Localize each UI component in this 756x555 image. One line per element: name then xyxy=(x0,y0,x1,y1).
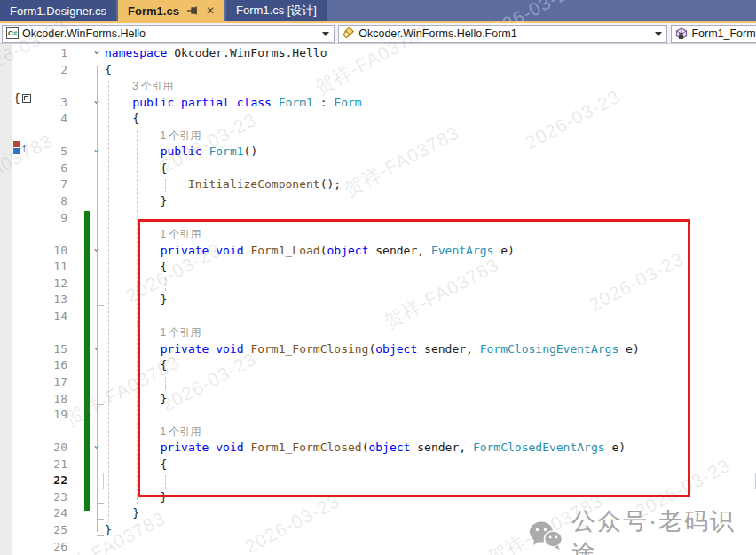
code-line[interactable]: 23 } xyxy=(0,490,756,507)
line-number: 26 xyxy=(30,540,67,553)
csharp-file-icon: C# xyxy=(6,27,19,40)
outline-end-tick xyxy=(97,404,104,405)
tab-form1-cs-design[interactable]: Form1.cs [设计] xyxy=(226,0,327,21)
code-line[interactable]: 16 { xyxy=(0,358,756,375)
code-editor[interactable]: { ↑ 1⌄namespace Okcoder.WinForms.Hello2{… xyxy=(0,44,756,555)
code-line[interactable]: 2{ xyxy=(0,63,756,80)
code-line[interactable]: 18 } xyxy=(0,392,756,409)
codelens-text[interactable]: 1 个引用 xyxy=(0,425,201,440)
chevron-down-icon xyxy=(322,32,329,36)
tab-form1-designer-cs[interactable]: Form1.Designer.cs xyxy=(0,0,116,21)
outline-end-tick xyxy=(97,503,104,504)
wechat-icon xyxy=(529,520,563,554)
indent-guide xyxy=(165,278,166,292)
code-line[interactable]: 13 } xyxy=(0,293,756,309)
code-line[interactable]: 8 } xyxy=(0,194,756,211)
codelens-row[interactable]: 1 个引用 xyxy=(0,325,756,342)
codelens-text[interactable]: 3 个引用 xyxy=(0,79,173,94)
code-text: namespace Okcoder.WinForms.Hello xyxy=(0,46,327,59)
code-text: } xyxy=(0,506,139,520)
code-text: public Form1() xyxy=(0,145,257,158)
code-line[interactable]: 17 xyxy=(0,375,756,392)
code-line[interactable]: 15⌄ private void Form1_FormClosing(objec… xyxy=(0,342,756,359)
codelens-row[interactable]: 1 个引用 xyxy=(0,425,756,442)
line-number: 14 xyxy=(30,309,67,323)
tab-bar: Form1.Designer.cs Form1.cs ✕ Form1.cs [设… xyxy=(0,0,756,21)
code-line[interactable]: 19 xyxy=(0,408,756,425)
line-number: 17 xyxy=(30,375,67,388)
code-line[interactable]: 6 { xyxy=(0,161,756,178)
indent-guide xyxy=(165,179,166,192)
project-dropdown-label: Okcoder.WinForms.Hello xyxy=(22,27,146,40)
close-icon[interactable]: ✕ xyxy=(206,4,215,17)
member-dropdown-label: Form1_Form xyxy=(691,27,755,40)
code-line[interactable]: 5⌄ public Form1() xyxy=(0,145,756,161)
tab-label: Form1.cs xyxy=(128,4,179,18)
code-line[interactable]: 11 { xyxy=(0,260,756,277)
code-text: } xyxy=(0,523,112,536)
pin-icon[interactable] xyxy=(187,5,199,16)
code-text: { xyxy=(0,161,167,175)
chevron-down-icon xyxy=(655,32,662,36)
class-icon xyxy=(343,27,355,40)
code-text: { xyxy=(0,112,139,125)
member-dropdown[interactable]: Form1_Form xyxy=(671,25,756,43)
code-line[interactable]: 20⌄ private void Form1_FormClosed(object… xyxy=(0,441,756,457)
code-text: private void Form1_Load(object sender, E… xyxy=(0,244,515,257)
code-text: { xyxy=(0,63,112,76)
codelens-text[interactable]: 1 个引用 xyxy=(0,227,201,242)
change-tracking-bar xyxy=(84,211,90,512)
code-line[interactable]: 3⌄ public partial class Form1 : Form xyxy=(0,96,756,113)
codelens-text[interactable]: 1 个引用 xyxy=(0,325,201,340)
current-line-highlight xyxy=(103,473,756,489)
project-dropdown[interactable]: C# Okcoder.WinForms.Hello xyxy=(2,25,335,43)
indent-guide xyxy=(108,81,109,521)
tab-label: Form1.cs [设计] xyxy=(236,3,317,19)
line-number: 22 xyxy=(30,473,67,487)
code-line[interactable]: 4 { xyxy=(0,112,756,129)
codelens-row[interactable]: 1 个引用 xyxy=(0,227,756,244)
line-number: 19 xyxy=(30,408,67,421)
type-dropdown[interactable]: Okcoder.WinForms.Hello.Form1 xyxy=(338,25,667,43)
outline-end-tick xyxy=(97,535,104,536)
wechat-watermark-label: 公众号·老码识途 xyxy=(571,505,756,555)
codelens-row[interactable]: 1 个引用 xyxy=(0,129,756,145)
code-text: InitializeComponent(); xyxy=(0,177,341,191)
type-dropdown-label: Okcoder.WinForms.Hello.Form1 xyxy=(358,27,517,40)
outline-end-tick xyxy=(97,207,104,207)
code-text: } xyxy=(0,194,167,207)
code-line[interactable]: 1⌄namespace Okcoder.WinForms.Hello xyxy=(0,46,756,63)
code-text: private void Form1_FormClosed(object sen… xyxy=(0,441,626,454)
indent-guide xyxy=(165,377,166,390)
code-line[interactable]: 21 { xyxy=(0,457,756,474)
outline-guide-line xyxy=(97,66,98,532)
code-line[interactable]: 9 xyxy=(0,211,756,228)
code-line[interactable]: 12 xyxy=(0,277,756,293)
line-number: 9 xyxy=(30,211,67,224)
code-line[interactable]: 14 xyxy=(0,309,756,326)
code-line[interactable]: 10⌄ private void Form1_Load(object sende… xyxy=(0,244,756,261)
wechat-watermark: 公众号·老码识途 xyxy=(529,505,756,555)
tab-label: Form1.Designer.cs xyxy=(10,4,106,18)
line-number: 12 xyxy=(30,277,67,290)
method-private-icon xyxy=(675,27,688,40)
code-line[interactable]: 7 InitializeComponent(); xyxy=(0,177,756,194)
code-navigation-bar: C# Okcoder.WinForms.Hello Okcoder.WinFor… xyxy=(0,23,756,44)
tab-form1-cs[interactable]: Form1.cs ✕ xyxy=(118,0,224,21)
outline-end-tick xyxy=(97,519,104,520)
outline-end-tick xyxy=(97,305,104,306)
indent-guide xyxy=(137,130,138,505)
code-text: public partial class Form1 : Form xyxy=(0,96,362,109)
codelens-text[interactable]: 1 个引用 xyxy=(0,129,201,144)
codelens-row[interactable]: 3 个引用 xyxy=(0,79,756,96)
